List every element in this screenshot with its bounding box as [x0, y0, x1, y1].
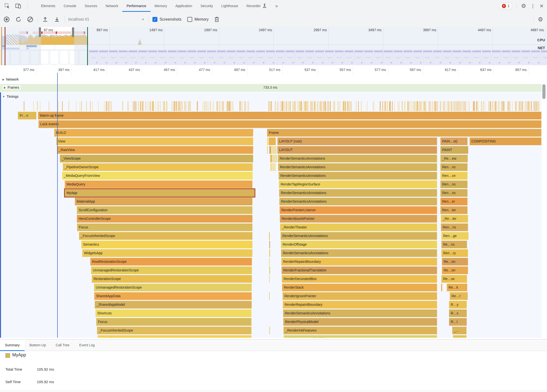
- flame-event-sharedappmodel[interactable]: _SharedAppModel: [95, 301, 252, 308]
- flame-event-sliver[interactable]: [275, 163, 275, 171]
- network-track[interactable]: ▶ Network: [0, 76, 547, 84]
- target-selector[interactable]: localhost #1 ▼: [68, 17, 144, 22]
- flame-event-sliver[interactable]: [453, 335, 466, 338]
- flame-event-re-on[interactable]: Re…on: [442, 266, 468, 274]
- details-tab-bottom-up[interactable]: Bottom-Up: [25, 339, 51, 351]
- details-tab-call-tree[interactable]: Call Tree: [51, 339, 74, 351]
- flame-event-renderdecoratedbox[interactable]: RenderDecoratedBox: [282, 275, 437, 283]
- flame-event-fr-n[interactable]: Fr…n: [18, 112, 36, 119]
- flame-event-sliver[interactable]: [269, 232, 270, 240]
- flame-event-ren-er[interactable]: Ren…er: [440, 198, 467, 205]
- flame-event-focusinheritedscope[interactable]: _FocusInheritedScope: [79, 232, 252, 240]
- tab-network[interactable]: Network: [101, 0, 122, 12]
- flame-event-compositing[interactable]: COMPOSITING: [470, 138, 541, 145]
- flame-event-rendertapregionsurface[interactable]: RenderTapRegionSurface: [279, 181, 437, 188]
- flame-event-renderrepaintboundary[interactable]: RenderRepaintBoundary: [281, 258, 437, 266]
- disclosure-collapsed-icon[interactable]: ▶: [4, 86, 6, 89]
- flame-event-renderrepaintboundary[interactable]: RenderRepaintBoundary: [283, 301, 437, 308]
- flame-event-warm-up-frame[interactable]: Warm-up frame: [38, 112, 541, 119]
- flame-event-renderoffstage[interactable]: RenderOffstage: [281, 241, 437, 248]
- tab-elements[interactable]: Elements: [37, 0, 59, 12]
- flame-event-focus[interactable]: Focus: [77, 224, 252, 231]
- flame-event-semantics[interactable]: Semantics: [98, 335, 251, 338]
- flame-event-rootrestorationscope[interactable]: RootRestorationScope: [90, 258, 252, 266]
- flame-event-view[interactable]: View: [56, 138, 253, 145]
- flame-event-sliver[interactable]: [269, 249, 270, 257]
- flame-event-renderfractionaltranslation[interactable]: RenderFractionalTranslation: [282, 266, 437, 274]
- flame-event-unmanagedrestorationscope[interactable]: UnmanagedRestorationScope: [91, 266, 252, 274]
- flame-event-myapp-selected[interactable]: MyApp: [65, 189, 255, 197]
- selection-handle-right[interactable]: [72, 27, 74, 37]
- flame-event-ren-ns[interactable]: Ren…ns: [440, 181, 467, 188]
- screenshots-checkbox[interactable]: ✓ Screenshots: [152, 17, 181, 22]
- error-badge[interactable]: ✕ 1: [499, 3, 512, 9]
- frames-track[interactable]: ▶ Frames 733.3 ms: [0, 84, 542, 92]
- flame-event-rendersemanticsannotations[interactable]: RenderSemanticsAnnotations: [283, 309, 437, 317]
- flame-event-sliver[interactable]: [269, 138, 276, 145]
- flame-event-renderphysicalmodel[interactable]: RenderPhysicalModel: [283, 318, 437, 326]
- tab-console[interactable]: Console: [59, 0, 80, 12]
- load-profile-icon[interactable]: [41, 15, 49, 24]
- tab-sources[interactable]: Sources: [81, 0, 101, 12]
- flame-event-unmanagedrestorationscope[interactable]: UnmanagedRestorationScope: [94, 284, 252, 291]
- flame-event-sliver[interactable]: [267, 146, 268, 154]
- flame-event-sliver[interactable]: [273, 155, 273, 162]
- flame-event-paint[interactable]: PAINT: [440, 146, 468, 154]
- flame-event-sliver[interactable]: [273, 146, 274, 154]
- flame-event-sliver[interactable]: [269, 266, 270, 274]
- flame-event-rendersemanticsannotations[interactable]: RenderSemanticsAnnotations: [278, 155, 437, 162]
- flame-event-ren-ns[interactable]: Ren…ns: [440, 163, 467, 171]
- flame-event-re-r[interactable]: Re…r: [450, 292, 468, 300]
- flame-event-herocontrollerscope[interactable]: HeroControllerScope: [77, 215, 252, 223]
- flame-event-renderinkfeatures[interactable]: _RenderInkFeatures: [284, 327, 437, 334]
- flame-event-mediaqueryfromview[interactable]: _MediaQueryFromView: [62, 172, 253, 180]
- flame-event-sliver[interactable]: [275, 146, 275, 154]
- flame-event-pain-ot[interactable]: PAIN…ot): [440, 138, 467, 145]
- flame-event-rendersemanticsannotations[interactable]: RenderSemanticsAnnotations: [279, 198, 437, 205]
- flame-event-viewscope[interactable]: _ViewScope: [60, 155, 253, 162]
- flame-event-shortcuts[interactable]: Shortcuts: [96, 309, 251, 317]
- timeline-overview[interactable]: 97 ms997 ms1497 ms1997 ms2497 ms2997 ms3…: [0, 27, 547, 66]
- flame-event-sliver[interactable]: [275, 155, 276, 162]
- capture-settings-gear-icon[interactable]: ⚙: [538, 16, 543, 23]
- flame-event-rendertheater[interactable]: _RenderTheater: [280, 224, 437, 231]
- kebab-menu-icon[interactable]: ⋮: [531, 3, 535, 9]
- flame-event-ren-ns[interactable]: Ren…ns: [440, 189, 467, 197]
- details-tab-summary[interactable]: Summary: [0, 339, 25, 351]
- flame-event-sliver[interactable]: [272, 146, 273, 154]
- disclosure-collapsed-icon[interactable]: ▶: [2, 78, 4, 81]
- flame-event-sliver[interactable]: [270, 155, 272, 162]
- flame-event-rendercustommultichildlayoutbox[interactable]: RenderCustomMultiChildLayoutBox: [284, 335, 437, 338]
- flame-event-re-ew[interactable]: _Re…ew: [440, 155, 468, 162]
- record-button[interactable]: [2, 15, 11, 24]
- details-tab-event-log[interactable]: Event Log: [74, 339, 100, 351]
- scrollbar-thumb[interactable]: [542, 84, 546, 99]
- tab-security[interactable]: Security: [196, 0, 217, 12]
- flame-event-re-ns[interactable]: Re…ns: [441, 241, 467, 248]
- flame-event-re-k[interactable]: Re…k: [447, 284, 467, 291]
- flame-event-sliver[interactable]: [269, 275, 270, 283]
- flame-event-ren-ns[interactable]: Ren…ns: [441, 224, 468, 231]
- flame-event-rendersemanticsannotations[interactable]: RenderSemanticsAnnotations: [281, 232, 437, 240]
- scrollbar-track[interactable]: [542, 65, 547, 338]
- flame-event-rawview[interactable]: _RawView: [57, 146, 253, 154]
- save-profile-icon[interactable]: [53, 15, 61, 24]
- flame-event-sharedappdata[interactable]: SharedAppData: [94, 292, 252, 300]
- tab-performance[interactable]: Performance: [122, 0, 150, 12]
- flame-event-sliver[interactable]: [274, 155, 275, 162]
- settings-gear-icon[interactable]: ⚙: [521, 3, 526, 9]
- flame-event-layout-root[interactable]: LAYOUT (root): [277, 138, 437, 145]
- flame-event-sliver[interactable]: [274, 163, 274, 171]
- flame-event-scrollconfiguration[interactable]: ScrollConfiguration: [77, 206, 252, 214]
- flame-event-[interactable]: _…: [452, 327, 466, 334]
- reload-and-record-button[interactable]: [14, 15, 23, 24]
- flame-event-sliver[interactable]: [269, 258, 270, 266]
- flame-event-sliver[interactable]: [274, 155, 274, 162]
- flame-event-layout[interactable]: LAYOUT: [277, 146, 437, 154]
- flame-event-sliver[interactable]: [269, 146, 271, 154]
- tab-recorder[interactable]: Recorder: [242, 0, 271, 12]
- flame-event-sliver[interactable]: [441, 284, 442, 291]
- flame-event-renderpointerlistener[interactable]: RenderPointerListener: [280, 206, 437, 214]
- tab-lighthouse[interactable]: Lighthouse: [217, 0, 242, 12]
- selection-handle-left[interactable]: [39, 27, 41, 37]
